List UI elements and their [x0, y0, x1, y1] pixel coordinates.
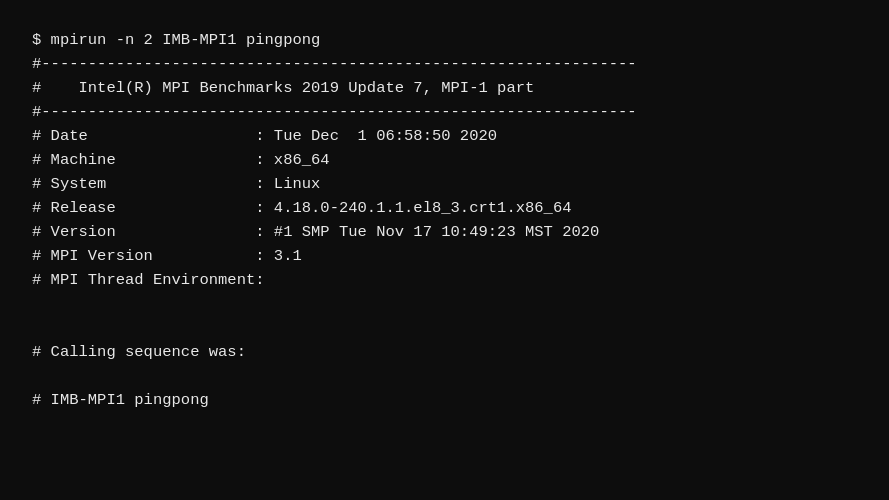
empty-line [32, 292, 857, 316]
terminal-window: $ mpirun -n 2 IMB-MPI1 pingpong#--------… [0, 0, 889, 500]
empty-line [32, 316, 857, 340]
calling-seq-line: # Calling sequence was: [32, 340, 857, 364]
title-line: # Intel(R) MPI Benchmarks 2019 Update 7,… [32, 76, 857, 100]
empty-line [32, 364, 857, 388]
version-line: # Version : #1 SMP Tue Nov 17 10:49:23 M… [32, 220, 857, 244]
separator1: #---------------------------------------… [32, 52, 857, 76]
mpi-thread-line: # MPI Thread Environment: [32, 268, 857, 292]
mpi-version-line: # MPI Version : 3.1 [32, 244, 857, 268]
cmd-line: $ mpirun -n 2 IMB-MPI1 pingpong [32, 28, 857, 52]
release-line: # Release : 4.18.0-240.1.1.el8_3.crt1.x8… [32, 196, 857, 220]
date-line: # Date : Tue Dec 1 06:58:50 2020 [32, 124, 857, 148]
imb-line: # IMB-MPI1 pingpong [32, 388, 857, 412]
separator2: #---------------------------------------… [32, 100, 857, 124]
machine-line: # Machine : x86_64 [32, 148, 857, 172]
system-line: # System : Linux [32, 172, 857, 196]
